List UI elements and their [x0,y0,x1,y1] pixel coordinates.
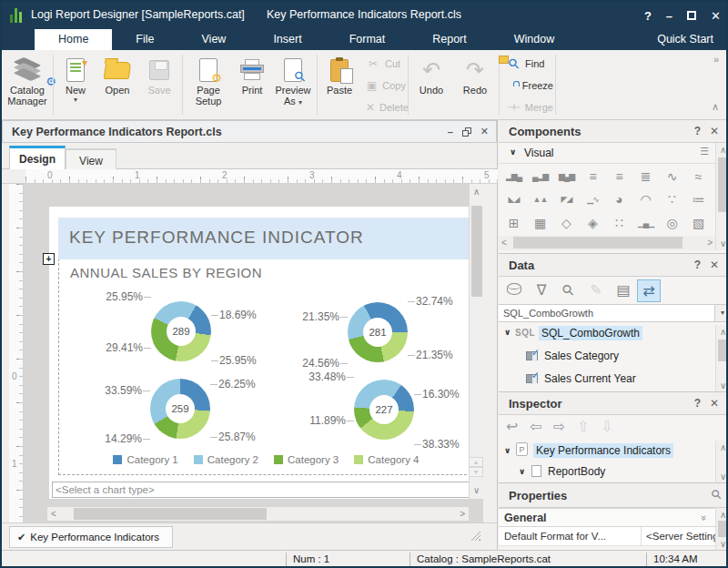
properties-search-icon[interactable]: ⚲ [708,486,725,503]
area-chart-icon[interactable]: ◣◢ [500,188,527,212]
new-dropdown-caret[interactable]: ▾ [56,96,95,104]
report-banner[interactable]: KEY PERFORMANCE INDICATOR [58,218,483,259]
properties-section-general[interactable]: General » [499,508,728,527]
scroll-down-icon[interactable]: ∨ [720,238,726,248]
maximize-button[interactable] [687,11,696,20]
delete-button[interactable]: ✕Delete [362,96,406,118]
multi-line-chart-icon[interactable]: ≈ [685,165,712,188]
swap-fields-icon[interactable]: ⇄ [637,279,661,302]
chevron-down-icon[interactable]: ∨ [519,467,525,476]
data-help-icon[interactable]: ? [694,259,701,271]
legend-item[interactable]: Category 1 [113,454,177,465]
properties-vscroll-thumb[interactable] [718,521,728,537]
control-chart-icon[interactable]: ≔ [685,188,712,212]
inspector-close-icon[interactable]: ✕ [710,397,719,410]
menu-tab-view[interactable]: View [178,29,250,50]
scroll-up-icon[interactable]: ∧ [720,327,726,337]
doc-minimize-button[interactable]: – [448,127,453,137]
move-handle[interactable]: + [43,253,55,265]
database-icon[interactable] [507,283,521,295]
freeze-button[interactable]: Freeze [502,75,553,96]
scroll-left-icon[interactable]: < [501,238,507,248]
scroll-down-icon[interactable]: ∨ [720,472,726,482]
doc-restore-button[interactable] [462,127,471,137]
data-field-sales-current-year[interactable]: Sales Current Year [499,368,728,390]
scroll-down-icon[interactable]: ∨ [473,485,480,495]
inspector-reportbody-node[interactable]: ∨ ReportBody [499,462,728,482]
scroll-up-icon[interactable]: ∧ [720,145,726,155]
combo-bar-line-chart-icon[interactable]: ▁∿ [580,188,606,212]
pie-chart-icon[interactable]: ◕ [606,188,632,212]
inspector-root-node[interactable]: ∨ P Key Performance Indicators [499,441,728,462]
scroll-right-icon[interactable]: > [460,509,465,519]
doc-close-button[interactable]: ✕ [480,126,489,137]
property-value[interactable]: <Server Setting> [646,531,724,542]
legend-item[interactable]: Category 2 [194,454,258,465]
line-chart-icon[interactable]: ∿ [659,165,685,188]
menu-tab-report[interactable]: Report [409,29,490,50]
collapse-section-icon[interactable]: » [699,515,710,519]
open-button[interactable]: Open [96,53,138,117]
help-button[interactable]: ? [644,9,652,23]
scroll-up-icon[interactable]: ∧ [720,442,726,452]
field-checkbox-icon[interactable] [526,351,538,360]
edit-icon[interactable]: ✎ [584,279,608,302]
components-horizontal-scrollbar[interactable]: < > [499,236,715,250]
horizontal-clustered-bar-chart-icon[interactable]: ≣ [632,165,659,188]
data-field-sales-category[interactable]: Sales Category [499,345,728,368]
scroll-down-icon[interactable]: ∨ [720,380,726,390]
data-vertical-scrollbar[interactable]: ∧ ∨ [715,325,728,392]
scroll-right-icon[interactable]: > [707,238,713,248]
report-page[interactable]: KEY PERFORMANCE INDICATOR + ANNUAL SALES… [49,207,483,499]
nav-down-icon[interactable]: ⇩ [601,418,612,435]
list-icon[interactable]: ▤ [612,279,635,302]
property-row-default-format[interactable]: Default Format for V... <Server Setting> [499,527,728,546]
nav-left-icon[interactable]: ⇦ [530,418,541,435]
data-close-icon[interactable]: ✕ [710,259,719,271]
print-button[interactable]: Print [233,53,271,117]
components-scroll-thumb[interactable] [513,237,682,248]
canvas-vertical-scrollbar[interactable]: ∧ ∨ [469,184,483,499]
components-section-visual[interactable]: ∨ Visual ☰ [499,143,728,164]
dropdown-arrow-icon[interactable]: ▾ [714,305,728,321]
resize-grip[interactable] [470,531,480,541]
menu-hamburger-icon[interactable]: ☰ [700,146,708,157]
scroll-up-icon[interactable]: ∧ [473,187,480,197]
nav-up-icon[interactable]: ⇧ [577,418,589,435]
chart-type-field[interactable]: <Select a chart type> [52,482,482,498]
dataset-dropdown[interactable]: SQL_ComboGrowth ▾ [499,304,728,322]
spin-up-icon[interactable]: ▲ [469,457,483,467]
dot-plot-chart-icon[interactable]: ∷ [606,211,632,235]
map-bubble-chart-icon[interactable]: ◎ [659,211,685,235]
find-button[interactable]: ⚲Find [502,53,553,75]
layout-grid-chart-icon[interactable]: ▦ [527,211,553,235]
close-button[interactable]: ✕ [711,9,721,23]
chevron-down-icon[interactable]: ∨ [504,328,511,337]
page-setup-button[interactable]: ⚙ Page Setup [186,53,231,117]
horizontal-bar-chart-icon[interactable]: ≡ [580,165,606,188]
org-chart-icon[interactable]: ⊞ [500,211,527,235]
menu-tab-window[interactable]: Window [490,29,578,50]
new-button[interactable]: ▾ New ▾ [56,53,95,117]
scatter-chart-icon[interactable]: ∵ [659,188,685,212]
undo-button[interactable]: ↶ Undo [411,53,451,117]
spin-down-icon[interactable]: ▼ [469,467,483,477]
catalog-manager-button[interactable]: ⚙ Catalog Manager [4,53,51,117]
menu-tab-home[interactable]: Home [35,29,112,50]
legend-item[interactable]: Category 3 [274,454,339,465]
preview-as-caret[interactable]: ▾ [298,98,302,106]
cut-button[interactable]: ✂Cut [362,53,406,75]
stacked-column-chart-icon[interactable]: ▆▄▆ [553,165,580,188]
components-close-icon[interactable]: ✕ [710,125,719,137]
menu-tab-quick-start[interactable]: Quick Start [657,33,713,46]
scroll-left-icon[interactable]: < [51,509,56,519]
nav-right-icon[interactable]: ⇨ [553,418,565,435]
chevron-down-icon[interactable]: ∨ [504,446,511,455]
sheet-tab-key-performance-indicators[interactable]: ✔Key Performance Indicators [9,526,173,548]
save-button[interactable]: Save [140,53,178,117]
preview-as-button[interactable]: ⚲ Preview As ▾ [271,53,315,117]
menu-tab-insert[interactable]: Insert [249,29,325,50]
stacked-area-chart-icon[interactable]: ▲▲ [527,188,553,212]
vertical-scroll-thumb[interactable] [471,206,482,297]
merge-button[interactable]: ⊣⊢Merge [502,96,553,118]
